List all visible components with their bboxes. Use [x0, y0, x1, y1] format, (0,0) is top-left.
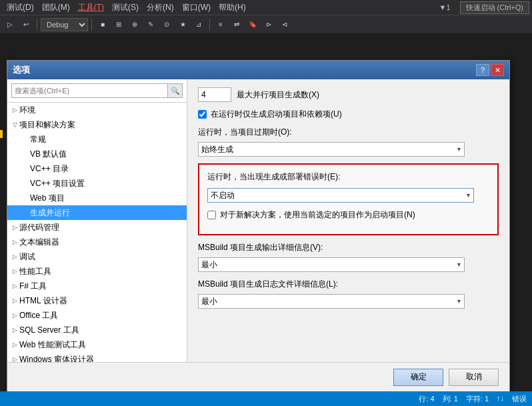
toolbar-btn-3[interactable]: ■ — [95, 18, 110, 31]
expand-icon-sql: ▷ — [10, 325, 19, 335]
tree-item-winforms[interactable]: ▷ Windows 窗体设计器 — [7, 352, 187, 362]
tree-item-web[interactable]: Web 项目 — [7, 191, 187, 205]
dialog-overlay: 选项 ? ✕ 🔍 ▷ 环境 — [7, 60, 513, 393]
tree-content[interactable]: ▷ 环境 ▽ 项目和解决方案 常规 VB 默认值 — [7, 103, 187, 362]
expand-icon-build — [21, 208, 30, 217]
menu-item-help[interactable]: 帮助(H) — [215, 1, 250, 15]
status-item-4: ↑↓ — [497, 394, 504, 404]
tree-label-fsharp: F# 工具 — [19, 281, 47, 292]
cancel-button[interactable]: 取消 — [449, 369, 499, 386]
status-item-1: 行: 4 — [419, 394, 434, 404]
tree-label-vcpp-proj: VC++ 项目设置 — [30, 178, 85, 189]
tree-item-office[interactable]: ▷ Office 工具 — [7, 308, 187, 323]
tree-item-general[interactable]: 常规 — [7, 132, 187, 147]
search-button[interactable]: 🔍 — [168, 83, 183, 98]
tree-item-html[interactable]: ▷ HTML 设计器 — [7, 293, 187, 308]
toolbar-btn-4[interactable]: ⊞ — [111, 18, 126, 31]
tree-item-vb-defaults[interactable]: VB 默认值 — [7, 147, 187, 161]
red-checkbox-label: 对于新解决方案，使用当前选定的项目作为启动项目(N) — [220, 209, 415, 221]
toolbar-btn-8[interactable]: ★ — [175, 18, 190, 31]
tree-item-webperf[interactable]: ▷ Web 性能测试工具 — [7, 337, 187, 352]
msbuild-output-row: MSBuild 项目生成输出详细信息(V): 最小 普通 详细 诊断 — [198, 242, 499, 272]
expand-icon-winforms: ▷ — [10, 355, 19, 362]
toolbar-btn-1[interactable]: ▷ — [3, 18, 17, 31]
dropdown1-select[interactable]: 始终生成 提示生成 不生成 — [198, 142, 465, 157]
status-item-errors: 错误 — [512, 394, 527, 404]
expand-icon-general — [21, 135, 30, 144]
tree-item-perftools[interactable]: ▷ 性能工具 — [7, 264, 187, 279]
msbuild-output-wrapper: 最小 普通 详细 诊断 — [198, 257, 465, 272]
toolbar-btn-6[interactable]: ✎ — [143, 18, 158, 31]
toolbar-btn-11[interactable]: ⇄ — [229, 18, 244, 31]
msbuild-log-select[interactable]: 最小 普通 详细 诊断 — [198, 294, 465, 309]
menu-item-team[interactable]: 团队(M) — [38, 1, 74, 15]
debug-dropdown[interactable]: Debug Release — [41, 18, 88, 31]
tree-item-sql[interactable]: ▷ SQL Server 工具 — [7, 323, 187, 337]
tree-label-html: HTML 设计器 — [19, 295, 67, 307]
search-input[interactable] — [11, 83, 168, 98]
expand-icon-html: ▷ — [10, 296, 19, 305]
dialog-help-button[interactable]: ? — [476, 64, 489, 76]
expand-icon-debug: ▷ — [10, 252, 19, 261]
tree-label-web: Web 项目 — [30, 193, 65, 204]
tree-item-texteditor[interactable]: ▷ 文本编辑器 — [7, 235, 187, 249]
toolbar-separator-1 — [37, 19, 37, 31]
tree-label-texteditor: 文本编辑器 — [19, 237, 59, 248]
menu-item-test[interactable]: 测试(D) — [3, 1, 38, 15]
toolbar-btn-14[interactable]: ⊲ — [277, 18, 292, 31]
status-item-3: 字符: 1 — [466, 394, 489, 404]
menu-item-tools[interactable]: 工具(T) — [74, 1, 108, 15]
tree-item-source[interactable]: ▷ 源代码管理 — [7, 220, 187, 235]
red-section-label: 运行时，当出现生成或部署错误时(E): — [207, 171, 489, 183]
parallel-count-input[interactable]: 4 — [198, 87, 231, 102]
tree-item-vcpp-dir[interactable]: VC++ 目录 — [7, 161, 187, 176]
signal-icon: ▼1 — [435, 2, 455, 13]
dialog-title: 选项 — [13, 64, 30, 76]
toolbar-btn-10[interactable]: ≡ — [213, 18, 228, 31]
expand-icon-perf: ▷ — [10, 267, 19, 276]
menu-bar: 测试(D) 团队(M) 工具(T) 测试(S) 分析(N) 窗口(W) 帮助(H… — [0, 0, 532, 15]
tree-item-fsharp[interactable]: ▷ F# 工具 — [7, 279, 187, 293]
toolbar-separator-2 — [91, 19, 92, 31]
quickstart-box[interactable]: 快速启动 (Ctrl+Q) — [460, 1, 529, 14]
tree-label-office: Office 工具 — [19, 310, 58, 321]
toolbar-btn-7[interactable]: ⊙ — [159, 18, 174, 31]
status-bar: 行: 4 列: 1 字符: 1 ↑↓ 错误 — [0, 391, 532, 406]
search-container: 🔍 — [7, 79, 187, 103]
dropdown1-wrapper: 始终生成 提示生成 不生成 — [198, 142, 465, 157]
red-checkbox-row: 对于新解决方案，使用当前选定的项目作为启动项目(N) — [207, 209, 489, 221]
dialog-titlebar: 选项 ? ✕ — [7, 61, 509, 79]
red-checkbox[interactable] — [207, 211, 216, 219]
tree-item-build-run[interactable]: 生成并运行 — [7, 205, 187, 220]
menu-item-analyze[interactable]: 分析(N) — [143, 1, 178, 15]
menu-item-test2[interactable]: 测试(S) — [108, 1, 143, 15]
toolbar-btn-9[interactable]: ⊿ — [191, 18, 206, 31]
tree-item-debug[interactable]: ▷ 调试 — [7, 249, 187, 264]
tree-item-vcpp-proj[interactable]: VC++ 项目设置 — [7, 176, 187, 191]
dropdown1-row: 运行时，当项目过期时(O): 始终生成 提示生成 不生成 — [198, 127, 499, 157]
menu-item-window[interactable]: 窗口(W) — [178, 1, 215, 15]
toolbar-btn-5[interactable]: ⊕ — [127, 18, 142, 31]
options-dialog: 选项 ? ✕ 🔍 ▷ 环境 — [7, 60, 510, 392]
dialog-footer: 确定 取消 — [7, 362, 509, 391]
expand-icon-vcpp-dir — [21, 164, 30, 173]
tree-label-debug: 调试 — [19, 251, 35, 263]
toolbar-separator-3 — [209, 19, 210, 31]
parallel-count-label: 最大并行项目生成数(X) — [237, 89, 319, 101]
msbuild-output-select[interactable]: 最小 普通 详细 诊断 — [198, 257, 465, 272]
expand-icon-web — [21, 193, 30, 203]
dialog-close-button[interactable]: ✕ — [491, 64, 504, 76]
tree-label-environment: 环境 — [19, 105, 35, 116]
toolbar-btn-12[interactable]: 🔖 — [245, 18, 260, 31]
toolbar-btn-13[interactable]: ⊳ — [261, 18, 276, 31]
red-section: 运行时，当出现生成或部署错误时(E): 不启动 启动旧版本 启动 对于新解决 — [198, 163, 499, 235]
toolbar-btn-2[interactable]: ↩ — [19, 18, 33, 31]
tree-item-projects[interactable]: ▽ 项目和解决方案 — [7, 117, 187, 132]
ok-button[interactable]: 确定 — [393, 369, 443, 386]
checkbox-startup[interactable] — [198, 110, 207, 119]
dialog-title-buttons: ? ✕ — [476, 64, 504, 76]
red-dropdown-select[interactable]: 不启动 启动旧版本 启动 — [207, 188, 474, 203]
tree-item-environment[interactable]: ▷ 环境 — [7, 103, 187, 117]
expand-icon-vb — [21, 149, 30, 159]
red-dropdown-wrapper: 不启动 启动旧版本 启动 — [207, 188, 474, 203]
